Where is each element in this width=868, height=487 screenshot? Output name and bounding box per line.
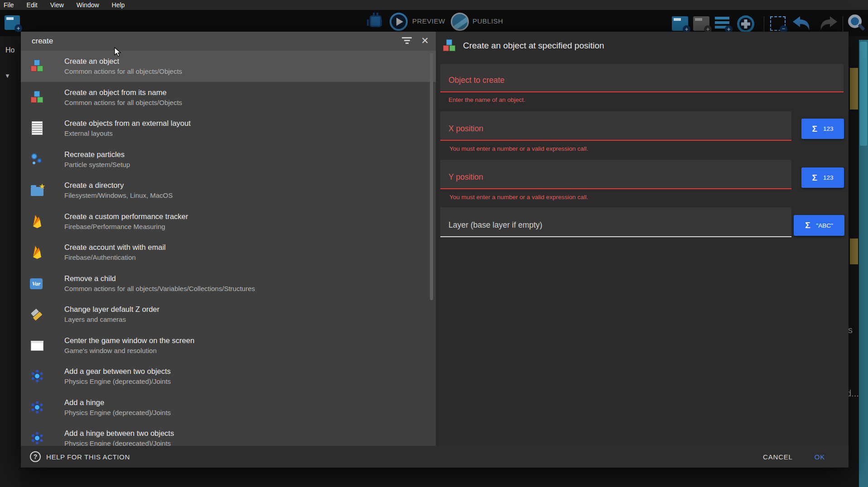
action-title: Create a custom performance tracker xyxy=(64,212,188,221)
background-text-fragment: s xyxy=(848,325,853,335)
action-title: Create account with with email xyxy=(64,243,166,252)
publish-globe-icon[interactable] xyxy=(451,13,469,31)
action-title: Change layer default Z order xyxy=(64,305,159,314)
action-subtitle: Particle system/Setup xyxy=(64,161,130,168)
cancel-button[interactable]: CANCEL xyxy=(763,453,793,461)
choose-action-dialog: ✕ Create an object Common actions for al… xyxy=(21,32,849,468)
add-external-layout-icon[interactable] xyxy=(715,16,731,31)
list-item-add-hinge[interactable]: Add a hinge Physics Engine (deprecated)/… xyxy=(21,392,436,423)
chevron-down-icon[interactable]: ▼ xyxy=(5,72,10,79)
layer-label: Layer (base layer if empty) xyxy=(448,220,542,230)
menu-view[interactable]: View xyxy=(50,1,64,9)
action-subtitle: Game's window and resolution xyxy=(64,347,194,354)
layer-expression-button[interactable]: Σ "ABC" xyxy=(794,215,844,236)
firebase-flame-icon xyxy=(30,214,44,229)
list-item-center-game-window[interactable]: Center the game window on the screen Gam… xyxy=(21,330,436,361)
action-subtitle: External layouts xyxy=(64,129,191,137)
action-subtitle: Common actions for all objects/Objects xyxy=(64,67,182,75)
undo-icon[interactable] xyxy=(792,15,814,32)
preview-button[interactable]: PREVIEW xyxy=(412,17,445,25)
object-field-error: Enter the name of an object. xyxy=(448,96,526,103)
object-to-create-field[interactable]: Object to create xyxy=(440,64,844,92)
add-external-events-icon[interactable] xyxy=(693,16,709,31)
dialog-footer: ? HELP FOR THIS ACTION CANCEL OK xyxy=(21,446,849,468)
action-subtitle: Common actions for all objects/Variables… xyxy=(64,285,255,292)
layer-field[interactable]: Layer (base layer if empty) xyxy=(440,207,791,237)
game-window-icon xyxy=(30,338,44,353)
y-position-field[interactable]: Y position xyxy=(440,160,791,189)
list-item-create-account-email[interactable]: Create account with with email Firebase/… xyxy=(21,237,436,268)
action-subtitle: Common actions for all objects/Objects xyxy=(64,99,182,106)
list-item-remove-child[interactable]: Var Remove a child Common actions for al… xyxy=(21,268,436,299)
action-title: Add a gear between two objects xyxy=(64,367,171,376)
menu-bar: File Edit View Window Help xyxy=(0,0,868,10)
search-input[interactable] xyxy=(21,37,374,46)
action-title: Create an object from its name xyxy=(64,88,182,97)
action-title: Create a directory xyxy=(64,181,173,190)
editor-left-pane xyxy=(0,36,20,487)
ok-button[interactable]: OK xyxy=(815,453,825,461)
x-position-field[interactable]: X position xyxy=(440,111,791,141)
action-subtitle: Physics Engine (deprecated)/Joints xyxy=(64,439,174,446)
list-scrollbar[interactable] xyxy=(430,53,433,300)
menu-help[interactable]: Help xyxy=(112,1,125,9)
action-title: Recreate particles xyxy=(64,150,130,159)
project-manager-icon[interactable] xyxy=(5,15,20,30)
deselect-icon[interactable] xyxy=(770,16,786,31)
list-item-add-gear[interactable]: Add a gear between two objects Physics E… xyxy=(21,361,436,392)
menu-edit[interactable]: Edit xyxy=(27,1,38,9)
firebase-flame-icon xyxy=(30,245,44,259)
list-item-create-directory[interactable]: Create a directory Filesystem/Windows, L… xyxy=(21,175,436,206)
list-item-performance-tracker[interactable]: Create a custom performance tracker Fire… xyxy=(21,206,436,237)
redo-icon[interactable] xyxy=(816,15,838,32)
object-to-create-label: Object to create xyxy=(448,76,505,85)
objects-cubes-icon xyxy=(30,90,44,105)
debug-bug-icon[interactable] xyxy=(370,15,381,27)
action-subtitle: Firebase/Authentication xyxy=(64,253,166,261)
x-position-label: X position xyxy=(448,124,483,134)
list-item-add-hinge-two-objects[interactable]: Add a hinge between two objects Physics … xyxy=(21,423,436,446)
help-icon[interactable]: ? xyxy=(30,451,41,462)
action-title: Create objects from an external layout xyxy=(64,119,191,128)
list-item-change-z-order[interactable]: Change layer default Z order Layers and … xyxy=(21,299,436,330)
menu-file[interactable]: File xyxy=(4,1,14,9)
y-expression-button[interactable]: Σ 123 xyxy=(801,167,844,188)
add-scene-icon[interactable] xyxy=(672,16,688,31)
home-tab-fragment: Ho xyxy=(5,46,14,54)
action-results-list: Create an object Common actions for all … xyxy=(21,51,436,446)
toolbar-divider xyxy=(764,16,764,32)
action-title: Add a hinge xyxy=(64,398,171,407)
close-icon[interactable]: ✕ xyxy=(418,34,432,48)
filter-icon[interactable] xyxy=(401,36,413,47)
physics-joint-icon xyxy=(30,431,44,445)
search-icon[interactable] xyxy=(848,14,862,28)
x-expression-button[interactable]: Σ 123 xyxy=(801,119,844,139)
action-parameters-panel: Create an object at specified position O… xyxy=(436,32,849,446)
action-header: Create an object at specified position xyxy=(436,32,849,60)
background-block xyxy=(850,68,858,110)
folder-icon xyxy=(30,183,44,197)
list-item-create-object[interactable]: Create an object Common actions for all … xyxy=(21,51,436,82)
action-title: Remove a child xyxy=(64,274,255,283)
sigma-icon: Σ xyxy=(812,124,817,134)
physics-joint-icon xyxy=(30,369,44,383)
list-item-create-object-from-name[interactable]: Create an object from its name Common ac… xyxy=(21,82,436,113)
search-bar: ✕ xyxy=(21,32,436,51)
menu-window[interactable]: Window xyxy=(77,1,99,9)
action-subtitle: Firebase/Performance Measuring xyxy=(64,223,188,230)
action-title: Center the game window on the screen xyxy=(64,336,194,345)
action-title-heading: Create an object at specified position xyxy=(463,41,604,51)
mouse-cursor xyxy=(113,47,122,57)
action-title: Create an object xyxy=(64,57,182,66)
help-for-this-action-button[interactable]: HELP FOR THIS ACTION xyxy=(46,453,130,461)
particles-icon xyxy=(30,152,44,167)
x-field-error: You must enter a number or a valid expre… xyxy=(449,145,588,152)
publish-button[interactable]: PUBLISH xyxy=(473,17,503,25)
list-item-create-from-external-layout[interactable]: Create objects from an external layout E… xyxy=(21,113,436,144)
add-extension-icon[interactable] xyxy=(737,15,754,33)
list-item-recreate-particles[interactable]: Recreate particles Particle system/Setup xyxy=(21,144,436,175)
preview-play-icon[interactable] xyxy=(390,13,408,31)
y-position-label: Y position xyxy=(448,172,483,182)
action-title: Add a hinge between two objects xyxy=(64,429,174,438)
editor-scrollbar[interactable] xyxy=(859,40,868,487)
